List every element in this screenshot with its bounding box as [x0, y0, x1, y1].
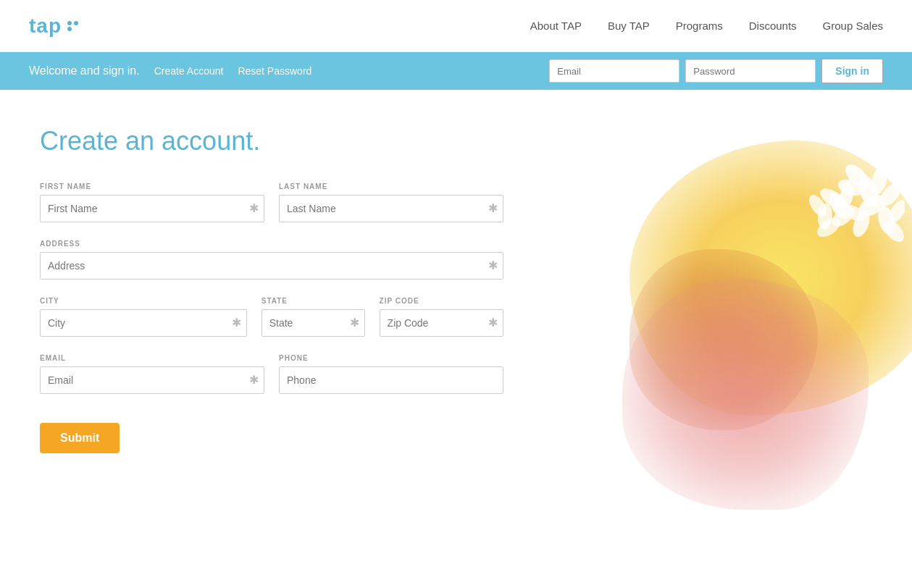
welcome-text: Welcome and sign in. [29, 64, 140, 77]
logo[interactable]: tap [29, 14, 78, 38]
state-wrapper: ✱ [262, 309, 365, 337]
svg-point-3 [876, 180, 905, 210]
zip-wrapper: ✱ [380, 309, 503, 337]
state-input[interactable] [262, 309, 365, 337]
first-name-label: FIRST NAME [40, 182, 264, 190]
blob-orange [629, 249, 818, 430]
svg-point-0 [855, 173, 882, 209]
city-input[interactable] [40, 309, 247, 337]
last-name-wrapper: ✱ [279, 195, 503, 222]
email-label: EMAIL [40, 354, 264, 362]
svg-point-16 [806, 192, 830, 219]
signin-bar-right: Sign in [549, 59, 883, 83]
svg-point-1 [869, 164, 890, 196]
page-title: Create an account. [40, 126, 503, 156]
svg-point-13 [850, 209, 873, 240]
svg-point-10 [875, 204, 898, 236]
phone-input[interactable] [279, 366, 503, 394]
nav-links: About TAP Buy TAP Programs Discounts Gro… [530, 20, 883, 33]
blob-yellow [629, 140, 912, 416]
name-row: FIRST NAME ✱ LAST NAME ✱ [40, 182, 503, 222]
nav-programs[interactable]: Programs [676, 20, 723, 32]
svg-point-9 [829, 203, 858, 230]
svg-point-17 [814, 214, 844, 240]
svg-point-14 [840, 201, 868, 225]
svg-point-4 [855, 191, 890, 221]
header-email-input[interactable] [549, 59, 679, 83]
first-name-group: FIRST NAME ✱ [40, 182, 264, 222]
phone-label: PHONE [279, 354, 503, 362]
flowers-svg [745, 148, 905, 379]
blob-pink [622, 278, 869, 510]
nav-about-tap[interactable]: About TAP [530, 20, 582, 32]
header-password-input[interactable] [685, 59, 816, 83]
email-group: EMAIL ✱ [40, 354, 264, 394]
signin-bar: Welcome and sign in. Create Account Rese… [0, 52, 912, 90]
zip-group: ZIP CODE ✱ [380, 297, 503, 337]
svg-point-8 [817, 185, 848, 212]
svg-point-7 [838, 181, 855, 209]
last-name-label: LAST NAME [279, 182, 503, 190]
svg-point-12 [880, 217, 905, 245]
email-input[interactable] [40, 366, 264, 394]
address-group: ADDRESS ✱ [40, 240, 503, 280]
first-name-input[interactable] [40, 195, 264, 222]
svg-point-11 [886, 198, 905, 225]
state-group: STATE ✱ [262, 297, 365, 337]
svg-point-2 [841, 160, 874, 193]
logo-icon [67, 21, 78, 31]
last-name-group: LAST NAME ✱ [279, 182, 503, 222]
svg-point-15 [816, 203, 833, 230]
email-wrapper: ✱ [40, 366, 264, 394]
nav-buy-tap[interactable]: Buy TAP [608, 20, 650, 32]
signin-bar-left: Welcome and sign in. Create Account Rese… [29, 64, 537, 77]
top-nav: tap About TAP Buy TAP Programs Discounts… [0, 0, 912, 52]
city-group: CITY ✱ [40, 297, 247, 337]
zip-label: ZIP CODE [380, 297, 503, 305]
logo-text: tap [29, 14, 62, 38]
address-label: ADDRESS [40, 240, 503, 248]
decoration [535, 133, 912, 582]
city-state-zip-row: CITY ✱ STATE ✱ ZIP CODE ✱ [40, 297, 503, 337]
phone-group: PHONE [279, 354, 503, 394]
address-row: ADDRESS ✱ [40, 240, 503, 280]
signin-button[interactable]: Sign in [821, 59, 883, 83]
address-wrapper: ✱ [40, 252, 503, 280]
state-label: STATE [262, 297, 365, 305]
city-wrapper: ✱ [40, 309, 247, 337]
address-input[interactable] [40, 252, 503, 280]
city-label: CITY [40, 297, 247, 305]
reset-password-link[interactable]: Reset Password [238, 65, 311, 77]
email-phone-row: EMAIL ✱ PHONE [40, 354, 503, 394]
nav-discounts[interactable]: Discounts [749, 20, 797, 32]
form-section: Create an account. FIRST NAME ✱ LAST NAM… [40, 119, 503, 553]
svg-point-6 [825, 189, 853, 222]
zip-input[interactable] [380, 309, 503, 337]
last-name-input[interactable] [279, 195, 503, 222]
submit-button[interactable]: Submit [40, 423, 120, 453]
create-account-link[interactable]: Create Account [154, 65, 224, 77]
phone-wrapper [279, 366, 503, 394]
first-name-wrapper: ✱ [40, 195, 264, 222]
nav-group-sales[interactable]: Group Sales [823, 20, 883, 32]
main-content: Create an account. FIRST NAME ✱ LAST NAM… [0, 90, 912, 582]
svg-point-5 [836, 176, 866, 198]
